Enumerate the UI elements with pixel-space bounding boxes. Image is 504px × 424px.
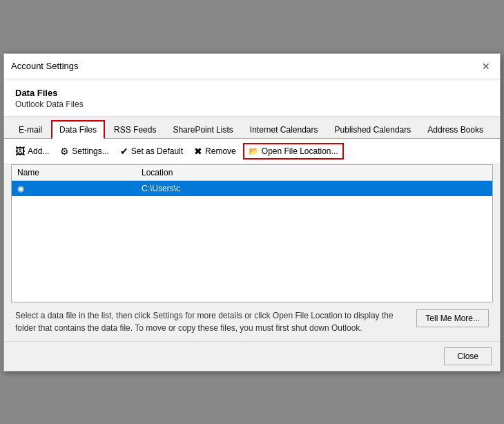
remove-icon: ✖ (194, 146, 202, 157)
add-label: Add... (28, 146, 49, 156)
title-bar: Account Settings ✕ (4, 54, 500, 79)
tab-internetcalendars[interactable]: Internet Calendars (242, 121, 326, 139)
section-subtitle: Outlook Data Files (15, 99, 489, 109)
name-cell: ◉ (17, 184, 142, 193)
tab-email[interactable]: E-mail (11, 121, 50, 139)
tab-datafiles[interactable]: Data Files (51, 120, 105, 139)
settings-icon: ⚙ (60, 146, 69, 157)
open-file-location-button[interactable]: 📂 Open File Location... (243, 143, 344, 160)
close-title-button[interactable]: ✕ (479, 59, 493, 73)
row-location: C:\Users\c (142, 184, 487, 193)
remove-button[interactable]: ✖ Remove (190, 144, 240, 159)
set-default-label: Set as Default (131, 146, 183, 156)
add-icon: 🖼 (15, 146, 25, 157)
tab-sharepointlists[interactable]: SharePoint Lists (165, 121, 240, 139)
settings-button[interactable]: ⚙ Settings... (56, 144, 113, 159)
footer-text: Select a data file in the list, then cli… (15, 309, 409, 334)
tab-addressbooks[interactable]: Address Books (420, 121, 491, 139)
account-settings-dialog: Account Settings ✕ Data Files Outlook Da… (3, 53, 501, 372)
close-dialog-button[interactable]: Close (444, 347, 492, 365)
header-section: Data Files Outlook Data Files (4, 79, 500, 117)
toolbar: 🖼 Add... ⚙ Settings... ✔ Set as Default … (4, 139, 500, 164)
remove-label: Remove (205, 146, 236, 156)
dialog-title: Account Settings (11, 61, 79, 71)
col-header-location: Location (142, 168, 487, 177)
col-header-name: Name (17, 168, 142, 177)
add-button[interactable]: 🖼 Add... (11, 144, 53, 159)
tab-publishedcalendars[interactable]: Published Calendars (327, 121, 419, 139)
tab-rssfeeds[interactable]: RSS Feeds (106, 121, 164, 139)
set-default-button[interactable]: ✔ Set as Default (116, 144, 187, 159)
checkmark-icon: ✔ (120, 146, 128, 157)
tell-me-more-button[interactable]: Tell Me More... (416, 309, 489, 327)
folder-icon: 📂 (249, 146, 259, 156)
files-table: Name Location ◉ C:\Users\c (11, 164, 493, 302)
tabs-bar: E-mail Data Files RSS Feeds SharePoint L… (4, 117, 500, 139)
open-file-label: Open File Location... (262, 146, 338, 156)
footer-info: Select a data file in the list, then cli… (4, 302, 500, 341)
dialog-footer: Close (4, 341, 500, 371)
table-header: Name Location (12, 165, 492, 181)
table-row[interactable]: ◉ C:\Users\c (12, 181, 492, 196)
section-title: Data Files (15, 88, 489, 98)
table-empty-space (12, 196, 492, 300)
settings-label: Settings... (72, 146, 108, 156)
row-file-icon: ◉ (17, 184, 24, 193)
